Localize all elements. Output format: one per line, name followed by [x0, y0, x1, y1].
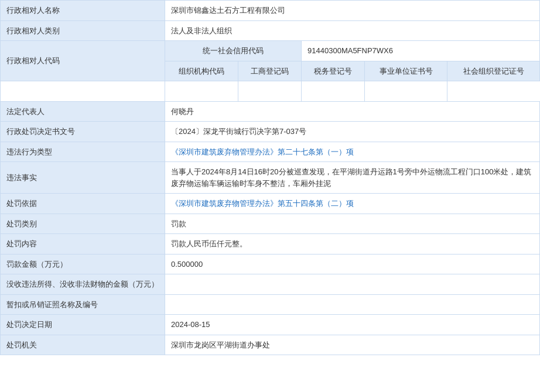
- table-row: 行政处罚决定书文号 〔2024〕深龙平街城行罚决字第7-037号: [1, 122, 540, 142]
- label-fkje: 罚款金额（万元）: [1, 254, 165, 274]
- label-cfjdrq: 处罚决定日期: [1, 315, 165, 335]
- table-row-unified-code: 行政相对人代码 统一社会信用代码 91440300MA5FNP7WX6: [1, 41, 540, 61]
- value-fkje: 0.500000: [165, 254, 540, 274]
- value-cfyj: 《深圳市建筑废弃物管理办法》第五十四条第（二）项: [165, 194, 540, 214]
- label-cflb: 处罚类别: [1, 214, 165, 234]
- link-wfxwlx[interactable]: 《深圳市建筑废弃物管理办法》第二十七条第（一）项: [171, 147, 354, 156]
- label-sydwzsh: 事业单位证书号: [365, 61, 447, 81]
- table-row: 处罚决定日期 2024-08-15: [1, 315, 540, 335]
- label-fddbr: 法定代表人: [1, 101, 165, 122]
- label-wfss: 违法事实: [1, 162, 165, 194]
- label-cfjg: 处罚机关: [1, 335, 165, 355]
- table-row: 行政相对人类别 法人及非法人组织: [1, 20, 540, 41]
- table-row: 罚款金额（万元） 0.500000: [1, 254, 540, 274]
- value-wfxwlx: 《深圳市建筑废弃物管理办法》第二十七条第（一）项: [165, 142, 540, 162]
- label-zkhdx: 暂扣或吊销证照名称及编号: [1, 294, 165, 315]
- label-cfyj: 处罚依据: [1, 194, 165, 214]
- value-zkhdx: [165, 294, 540, 315]
- label-shzzdjzsh: 社会组织登记证号: [447, 61, 540, 81]
- value-gsdjm: [165, 81, 238, 102]
- value-xzdsrmc: 深圳市锦鑫达土石方工程有限公司: [165, 1, 540, 21]
- value-sydwzsh: [302, 81, 365, 102]
- table-row-sub-code-values: [1, 81, 540, 102]
- table-row: 暂扣或吊销证照名称及编号: [1, 294, 540, 315]
- label-cfnr: 处罚内容: [1, 234, 165, 255]
- table-row: 处罚内容 罚款人民币伍仟元整。: [1, 234, 540, 255]
- value-cfjdrq: 2024-08-15: [165, 315, 540, 335]
- value-zzjgdm: [1, 81, 165, 102]
- main-table: 行政相对人名称 深圳市锦鑫达土石方工程有限公司 行政相对人类别 法人及非法人组织…: [0, 0, 540, 355]
- table-row: 法定代表人 何晓丹: [1, 101, 540, 122]
- label-xzdsrmc: 行政相对人名称: [1, 1, 165, 21]
- value-cfnr: 罚款人民币伍仟元整。: [165, 234, 540, 255]
- table-row: 处罚机关 深圳市龙岗区平湖街道办事处: [1, 335, 540, 355]
- table-row: 处罚类别 罚款: [1, 214, 540, 234]
- label-wfxwlx: 违法行为类型: [1, 142, 165, 162]
- value-unified-code: 91440300MA5FNP7WX6: [302, 41, 540, 61]
- value-cflb: 罚款: [165, 214, 540, 234]
- label-zzjgdm: 组织机构代码: [165, 61, 238, 81]
- value-mswfsd: [165, 274, 540, 295]
- value-swdjh: [238, 81, 301, 102]
- label-xzdsrdm: 行政相对人代码: [1, 41, 165, 81]
- label-mswfsd: 没收违法所得、没收非法财物的金额（万元）: [1, 274, 165, 295]
- table-row: 没收违法所得、没收非法财物的金额（万元）: [1, 274, 540, 295]
- table-row: 违法行为类型 《深圳市建筑废弃物管理办法》第二十七条第（一）项: [1, 142, 540, 162]
- table-row: 行政相对人名称 深圳市锦鑫达土石方工程有限公司: [1, 1, 540, 21]
- link-cfyj[interactable]: 《深圳市建筑废弃物管理办法》第五十四条第（二）项: [171, 199, 354, 208]
- label-unified-code: 统一社会信用代码: [165, 41, 302, 61]
- value-wfss: 当事人于2024年8月14日16时20分被巡查发现，在平湖街道丹运路1号旁中外运…: [165, 162, 540, 194]
- label-xzcfjdswh: 行政处罚决定书文号: [1, 122, 165, 142]
- label-swdjh: 税务登记号: [302, 61, 365, 81]
- value-cfjg: 深圳市龙岗区平湖街道办事处: [165, 335, 540, 355]
- table-row: 处罚依据 《深圳市建筑废弃物管理办法》第五十四条第（二）项: [1, 194, 540, 214]
- label-xzdsrlb: 行政相对人类别: [1, 20, 165, 41]
- value-xzdsrlb: 法人及非法人组织: [165, 20, 540, 41]
- label-gsdjm: 工商登记码: [238, 61, 301, 81]
- value-fddbr: 何晓丹: [165, 101, 540, 122]
- table-row: 违法事实 当事人于2024年8月14日16时20分被巡查发现，在平湖街道丹运路1…: [1, 162, 540, 194]
- value-xzcfjdswh: 〔2024〕深龙平街城行罚决字第7-037号: [165, 122, 540, 142]
- value-shzzdjzsh: [365, 81, 447, 102]
